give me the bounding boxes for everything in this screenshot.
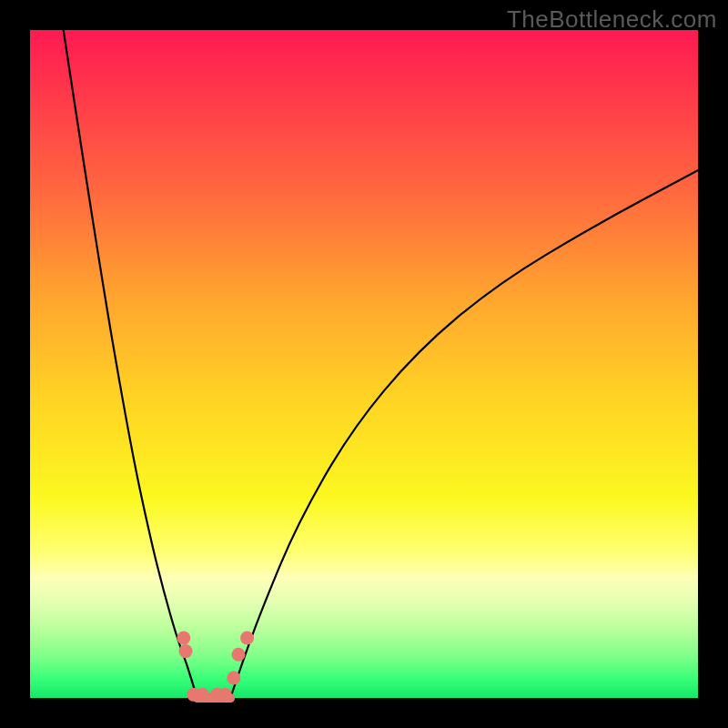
data-point-marker [196, 688, 209, 702]
data-point-marker [177, 631, 190, 644]
data-point-marker [179, 644, 193, 658]
plot-area [30, 30, 698, 698]
chart-frame: TheBottleneck.com [0, 0, 728, 728]
data-point-marker [232, 648, 246, 662]
data-point-marker [240, 631, 254, 644]
right-branch-curve [230, 170, 698, 698]
curves-svg [30, 30, 698, 698]
data-point-marker [218, 688, 232, 702]
left-branch-curve [64, 30, 197, 698]
data-point-marker [227, 671, 240, 684]
data-point-markers [177, 631, 254, 701]
